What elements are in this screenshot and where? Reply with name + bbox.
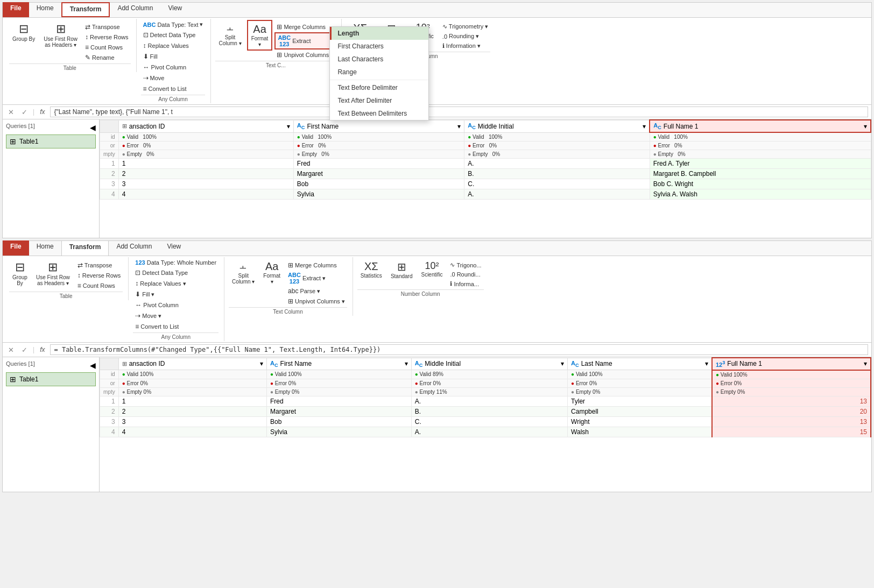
formula-confirm-bottom[interactable]: ✓ bbox=[19, 345, 30, 355]
fill-button[interactable]: ⬇ Fill bbox=[141, 52, 160, 61]
use-first-row-button-bottom[interactable]: ⊞ Use First Rowas Headers ▾ bbox=[33, 258, 73, 288]
trigonometry-button[interactable]: ∿ Trigonometry ▾ bbox=[440, 22, 490, 31]
move-button-bottom[interactable]: ⇢ Move ▾ bbox=[133, 311, 164, 321]
r2-txnid: 2 bbox=[118, 169, 293, 179]
group-by-button[interactable]: ⊟ Group By bbox=[9, 20, 38, 44]
merge-cols-bottom[interactable]: ⊞ Merge Columns bbox=[286, 260, 347, 270]
information-button[interactable]: ℹ Information ▾ bbox=[440, 41, 490, 51]
tab-home-top[interactable]: Home bbox=[29, 2, 61, 17]
unpivot-columns-button[interactable]: ⊞ Unpivot Columns ▾ bbox=[274, 50, 336, 60]
split-column-button[interactable]: ⫠ SplitColumn ▾ bbox=[215, 20, 244, 48]
trig-button-bottom[interactable]: ∿ Trigono... bbox=[448, 260, 483, 270]
tab-addcol-bottom[interactable]: Add Column bbox=[109, 240, 159, 256]
detect-dt-button-bottom[interactable]: ⊡ Detect Data Type bbox=[133, 268, 190, 278]
txnid-filter-icon[interactable]: ▾ bbox=[287, 123, 290, 130]
trig-icon: ∿ bbox=[442, 23, 447, 30]
dropdown-item-after-delim[interactable]: Text After Delimiter bbox=[330, 94, 428, 107]
col-header-lastname-bottom[interactable]: AC Last Name ▾ bbox=[568, 358, 712, 370]
dropdown-item-first-chars[interactable]: First Characters bbox=[330, 40, 428, 53]
dropdown-item-length[interactable]: Length bbox=[330, 27, 428, 40]
mi-empty: ● Empty 0% bbox=[464, 150, 650, 159]
tab-view-top[interactable]: View bbox=[160, 2, 189, 17]
extract-button[interactable]: ABC123 Extract bbox=[274, 32, 336, 49]
format-button[interactable]: Aa Format▾ bbox=[247, 20, 273, 51]
group-by-button-bottom[interactable]: ⊟ GroupBy bbox=[9, 258, 31, 288]
count-rows-button-bottom[interactable]: ≡ Count Rows bbox=[75, 281, 123, 291]
move-button[interactable]: ⇢ Move bbox=[141, 73, 167, 83]
fn-filter-bottom[interactable]: ▾ bbox=[405, 360, 408, 367]
mid-filter-bottom[interactable]: ▾ bbox=[561, 360, 564, 367]
dropdown-item-between-delim[interactable]: Text Between Delimiters bbox=[330, 107, 428, 120]
formula-input-bottom[interactable] bbox=[50, 344, 868, 355]
formula-cancel-button[interactable]: ✕ bbox=[6, 107, 16, 117]
col-header-fullname-bottom[interactable]: 123 Full Name 1 ▾ bbox=[712, 358, 871, 370]
txnid-empty: ● Empty 0% bbox=[118, 150, 293, 159]
rounding-button[interactable]: .0 Rounding ▾ bbox=[440, 32, 490, 41]
merge-columns-button[interactable]: ⊞ Merge Columns bbox=[274, 22, 336, 32]
txnid-filter-bottom[interactable]: ▾ bbox=[260, 360, 263, 367]
col-header-midinit[interactable]: AC Middle Initial ▾ bbox=[464, 120, 650, 132]
col-header-txnid[interactable]: ⊞ ansaction ID ▾ bbox=[118, 120, 293, 132]
scientific-button-bottom[interactable]: 10² Scientific bbox=[418, 258, 446, 280]
reverse-rows-button-bottom[interactable]: ↕ Reverse Rows bbox=[75, 271, 123, 280]
fill-button-bottom[interactable]: ⬇ Fill ▾ bbox=[133, 289, 157, 299]
dropdown-item-last-chars[interactable]: Last Characters bbox=[330, 53, 428, 66]
fullname-filter-icon[interactable]: ▾ bbox=[864, 123, 867, 130]
dropdown-item-before-delim[interactable]: Text Before Delimiter bbox=[330, 81, 428, 94]
formula-input-top[interactable] bbox=[50, 107, 868, 117]
rounding-button-bottom[interactable]: .0 Roundi... bbox=[448, 270, 483, 279]
use-first-row-button[interactable]: ⊞ Use First Rowas Headers ▾ bbox=[40, 20, 81, 50]
firstname-filter-icon[interactable]: ▾ bbox=[457, 123, 461, 130]
formula-confirm-button[interactable]: ✓ bbox=[19, 107, 30, 117]
parse-button-bottom[interactable]: abc Parse ▾ bbox=[286, 286, 347, 296]
data-type-button-bottom[interactable]: 123 Data Type: Whole Number bbox=[133, 258, 219, 267]
ln-name-bottom: Last Name bbox=[581, 360, 612, 367]
fullname-filter-bottom[interactable]: ▾ bbox=[864, 360, 867, 367]
col-header-fullname[interactable]: AC Full Name 1 ▾ bbox=[650, 120, 871, 132]
transpose-button[interactable]: ⇄ Transpose bbox=[83, 22, 131, 32]
tab-view-bottom[interactable]: View bbox=[159, 240, 188, 256]
table1-item-top[interactable]: ⊞ Table1 bbox=[6, 134, 96, 148]
tab-addcol-top[interactable]: Add Column bbox=[110, 2, 160, 17]
midinit-filter-icon[interactable]: ▾ bbox=[643, 123, 646, 130]
ln-filter-bottom[interactable]: ▾ bbox=[705, 360, 708, 367]
parse-icon-bottom: abc bbox=[288, 287, 298, 295]
unpivot-button-bottom[interactable]: ⊞ Unpivot Columns ▾ bbox=[286, 296, 347, 306]
tab-file-bottom[interactable]: File bbox=[3, 240, 29, 256]
convert-to-list-bottom[interactable]: ≡ Convert to List bbox=[133, 322, 181, 331]
collapse-sidebar-bottom[interactable]: ◀ bbox=[90, 361, 96, 370]
tab-file-top[interactable]: File bbox=[3, 2, 29, 17]
rename-button-top[interactable]: ✎ Rename bbox=[83, 53, 131, 62]
statistics-button-bottom[interactable]: XΣ Statistics bbox=[357, 258, 385, 281]
dropdown-item-range[interactable]: Range bbox=[330, 66, 428, 79]
data-type-button[interactable]: ABC Data Type: Text ▾ bbox=[141, 20, 206, 29]
pivot-column-button[interactable]: ↔ Pivot Column bbox=[141, 62, 188, 72]
tab-transform-bottom[interactable]: Transform bbox=[61, 240, 109, 256]
tab-transform-top[interactable]: Transform bbox=[61, 2, 110, 17]
rounding-label: Rounding ▾ bbox=[449, 33, 479, 40]
information-button-bottom[interactable]: ℹ Informa... bbox=[448, 279, 483, 288]
replace-values-button[interactable]: ↕ Replace Values bbox=[141, 41, 191, 51]
pivot-icon: ↔ bbox=[143, 63, 150, 71]
col-header-firstname[interactable]: AC First Name ▾ bbox=[293, 120, 464, 132]
reverse-rows-button[interactable]: ↕ Reverse Rows bbox=[83, 32, 131, 42]
col-header-firstname-bottom[interactable]: AC First Name ▾ bbox=[267, 358, 412, 370]
rename-icon: ✎ bbox=[85, 54, 90, 61]
transpose-button-bottom[interactable]: ⇄ Transpose bbox=[75, 260, 123, 270]
standard-button-bottom[interactable]: ⊞ Standard bbox=[387, 258, 416, 281]
col-header-mid-bottom[interactable]: AC Middle Initial ▾ bbox=[411, 358, 567, 370]
count-rows-button[interactable]: ≡ Count Rows bbox=[83, 42, 131, 52]
convert-to-list-button[interactable]: ≡ Convert to List bbox=[141, 84, 189, 94]
collapse-sidebar-top[interactable]: ◀ bbox=[90, 123, 96, 132]
tab-home-bottom[interactable]: Home bbox=[29, 240, 61, 256]
formula-cancel-bottom[interactable]: ✕ bbox=[6, 345, 16, 355]
replace-values-bottom[interactable]: ↕ Replace Values ▾ bbox=[133, 279, 188, 288]
table1-item-bottom[interactable]: ⊞ Table1 bbox=[6, 372, 96, 386]
b-ln-empty: ● Empty 0% bbox=[568, 387, 712, 396]
pivot-col-bottom[interactable]: ↔ Pivot Column bbox=[133, 300, 180, 310]
extract-button-bottom[interactable]: ABC123 Extract ▾ bbox=[286, 271, 347, 286]
col-header-txnid-bottom[interactable]: ⊞ ansaction ID ▾ bbox=[118, 358, 266, 370]
detect-data-type-button[interactable]: ⊡ Detect Data Type bbox=[141, 30, 198, 40]
split-col-button-bottom[interactable]: ⫠ SplitColumn ▾ bbox=[229, 258, 258, 287]
format-button-bottom[interactable]: Aa Format▾ bbox=[260, 258, 284, 287]
